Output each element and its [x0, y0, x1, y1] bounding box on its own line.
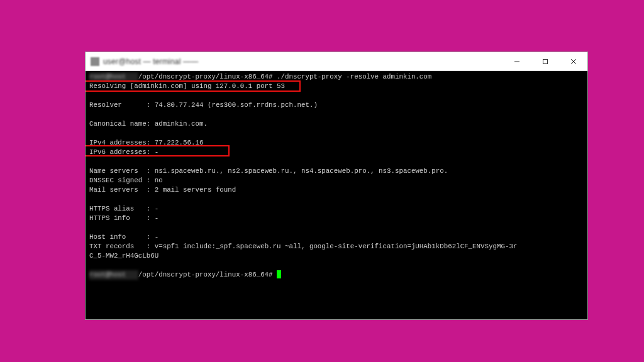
ipv4-value: 77.222.56.16: [155, 139, 204, 146]
https-alias-label: HTTPS alias :: [89, 205, 150, 212]
resolver-label: Resolver :: [89, 101, 150, 109]
resolver-value: 74.80.77.244 (res300.sof.rrdns.pch.net.): [155, 101, 318, 109]
command: ./dnscrypt-proxy -resolve adminkin.com: [277, 73, 431, 80]
txt-label: TXT records :: [89, 243, 150, 250]
txt-wrap: C_5-MW2_rH4GcLb6U: [89, 252, 158, 260]
prompt-path-2: /opt/dnscrypt-proxy/linux-x86_64#: [138, 271, 273, 278]
https-info-label: HTTPS info :: [89, 214, 150, 222]
terminal-window: user@host — terminal —— root@host /opt/d…: [85, 52, 588, 320]
app-icon: [91, 57, 99, 66]
ns-value: ns1.spaceweb.ru., ns2.spaceweb.ru., ns4.…: [155, 167, 448, 175]
ipv6-value: -: [155, 148, 158, 156]
hostinfo-label: Host info :: [89, 233, 150, 241]
terminal-output[interactable]: root@host /opt/dnscrypt-proxy/linux-x86_…: [86, 71, 587, 319]
mail-label: Mail servers :: [89, 186, 150, 194]
mail-value: 2 mail servers found: [155, 186, 236, 194]
titlebar[interactable]: user@host — terminal ——: [86, 52, 587, 71]
svg-rect-1: [543, 59, 547, 63]
cursor-icon: [277, 270, 281, 278]
minimize-button[interactable]: [502, 52, 531, 70]
prompt-path: /opt/dnscrypt-proxy/linux-x86_64#: [138, 73, 273, 80]
dnssec-value: no: [155, 177, 163, 184]
ipv4-label: IPv4 addresses:: [89, 139, 150, 146]
dnssec-label: DNSSEC signed :: [89, 177, 150, 184]
canonical-value: adminkin.com.: [155, 120, 208, 128]
window-title: user@host — terminal ——: [103, 57, 199, 66]
prompt-user-2: root@host: [89, 270, 138, 280]
title-left: user@host — terminal ——: [86, 57, 199, 66]
https-alias-value: -: [155, 205, 158, 212]
ipv6-label: IPv6 addresses:: [89, 148, 150, 156]
https-info-value: -: [155, 214, 158, 222]
close-button[interactable]: [559, 52, 587, 70]
line-resolving: Resolving [adminkin.com] using 127.0.0.1…: [89, 82, 285, 90]
hostinfo-value: -: [155, 233, 158, 241]
ns-label: Name servers :: [89, 167, 150, 175]
txt-value: v=spf1 include:_spf.spaceweb.ru ~all, go…: [155, 243, 518, 250]
window-controls: [502, 52, 587, 70]
prompt-user: root@host: [89, 72, 138, 82]
canonical-label: Canonical name:: [89, 120, 150, 128]
maximize-button[interactable]: [531, 52, 559, 70]
